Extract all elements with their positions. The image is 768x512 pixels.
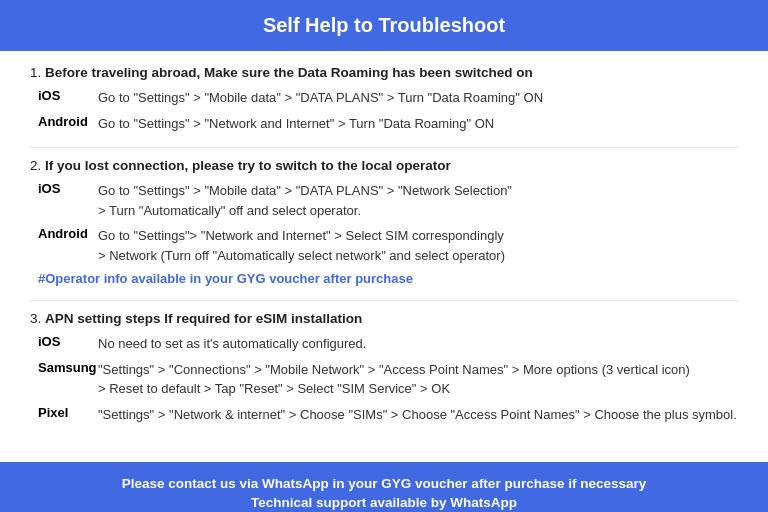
footer-line2: Technical support available by WhatsApp — [20, 495, 748, 510]
section-3-samsung-line2: > Reset to default > Tap "Reset" > Selec… — [38, 379, 738, 399]
section-3-ios-label: iOS — [38, 334, 98, 349]
section-3-heading-text: APN setting steps If required for eSIM i… — [45, 311, 362, 326]
section-3-ios-desc: No need to set as it's automatically con… — [98, 334, 366, 354]
section-1-android-label: Android — [38, 114, 98, 129]
content: 1. Before traveling abroad, Make sure th… — [0, 51, 768, 452]
section-1-ios-label: iOS — [38, 88, 98, 103]
section-2-android-line1: Go to "Settings"> "Network and Internet"… — [98, 226, 504, 246]
section-3-number: 3. — [30, 311, 45, 326]
section-2-android-label: Android — [38, 226, 98, 241]
section-1-ios-inline: iOS Go to "Settings" > "Mobile data" > "… — [38, 88, 738, 108]
section-2-heading: 2. If you lost connection, please try to… — [30, 158, 738, 173]
section-3-samsung-label: Samsung — [38, 360, 98, 375]
section-3-samsung-line1: "Settings" > "Connections" > "Mobile Net… — [98, 360, 690, 380]
section-3-ios-row: iOS No need to set as it's automatically… — [30, 334, 738, 354]
section-1-android-desc: Go to "Settings" > "Network and Internet… — [98, 114, 494, 134]
header-title: Self Help to Troubleshoot — [20, 14, 748, 37]
section-1-heading: 1. Before traveling abroad, Make sure th… — [30, 65, 738, 80]
section-2-highlight: #Operator info available in your GYG vou… — [30, 271, 738, 286]
section-2-ios-row: iOS Go to "Settings" > "Mobile data" > "… — [30, 181, 738, 220]
section-2-android-inline: Android Go to "Settings"> "Network and I… — [38, 226, 738, 246]
section-1: 1. Before traveling abroad, Make sure th… — [30, 65, 738, 133]
section-3: 3. APN setting steps If required for eSI… — [30, 311, 738, 424]
section-1-number: 1. — [30, 65, 45, 80]
section-2-android-line2: > Network (Turn off "Automatically selec… — [38, 246, 738, 266]
section-3-pixel-label: Pixel — [38, 405, 98, 420]
section-3-pixel-row: Pixel "Settings" > "Network & internet" … — [30, 405, 738, 425]
section-2-ios-line2: > Turn "Automatically" off and select op… — [38, 201, 738, 221]
footer: Please contact us via WhatsApp in your G… — [0, 462, 768, 512]
section-1-android-row: Android Go to "Settings" > "Network and … — [30, 114, 738, 134]
section-1-android-inline: Android Go to "Settings" > "Network and … — [38, 114, 738, 134]
section-3-samsung-row: Samsung "Settings" > "Connections" > "Mo… — [30, 360, 738, 399]
footer-line1: Please contact us via WhatsApp in your G… — [20, 476, 748, 491]
section-2-heading-text: If you lost connection, please try to sw… — [45, 158, 451, 173]
section-3-heading: 3. APN setting steps If required for eSI… — [30, 311, 738, 326]
section-1-ios-desc: Go to "Settings" > "Mobile data" > "DATA… — [98, 88, 543, 108]
divider-1 — [30, 147, 738, 148]
section-3-pixel-desc: "Settings" > "Network & internet" > Choo… — [98, 405, 737, 425]
section-1-heading-text: Before traveling abroad, Make sure the D… — [45, 65, 533, 80]
header: Self Help to Troubleshoot — [0, 0, 768, 51]
section-1-ios-row: iOS Go to "Settings" > "Mobile data" > "… — [30, 88, 738, 108]
section-2: 2. If you lost connection, please try to… — [30, 158, 738, 286]
divider-2 — [30, 300, 738, 301]
section-3-ios-inline: iOS No need to set as it's automatically… — [38, 334, 738, 354]
section-2-ios-line1: Go to "Settings" > "Mobile data" > "DATA… — [98, 181, 512, 201]
section-3-samsung-inline: Samsung "Settings" > "Connections" > "Mo… — [38, 360, 738, 380]
section-3-pixel-inline: Pixel "Settings" > "Network & internet" … — [38, 405, 738, 425]
section-2-android-row: Android Go to "Settings"> "Network and I… — [30, 226, 738, 265]
section-2-ios-label: iOS — [38, 181, 98, 196]
section-2-ios-inline: iOS Go to "Settings" > "Mobile data" > "… — [38, 181, 738, 201]
section-2-number: 2. — [30, 158, 45, 173]
